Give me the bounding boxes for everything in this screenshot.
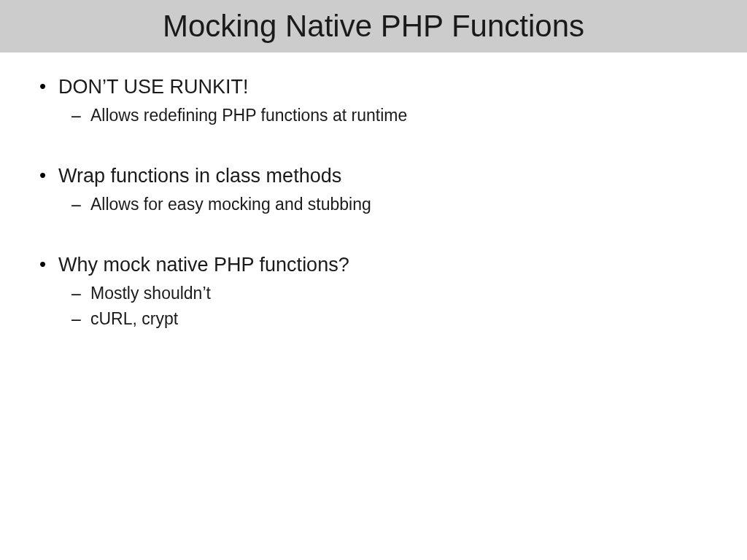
sub-bullet-list: Allows for easy mocking and stubbing xyxy=(58,193,711,216)
bullet-item: DON’T USE RUNKIT! Allows redefining PHP … xyxy=(58,74,711,127)
sub-bullet-text: Mostly shouldn’t xyxy=(90,284,211,303)
slide-content: DON’T USE RUNKIT! Allows redefining PHP … xyxy=(0,52,747,330)
slide-title-bar: Mocking Native PHP Functions xyxy=(0,0,747,52)
sub-bullet-list: Allows redefining PHP functions at runti… xyxy=(58,104,711,127)
sub-bullet-item: Allows for easy mocking and stubbing xyxy=(90,193,711,216)
bullet-text: Wrap functions in class methods xyxy=(58,165,341,187)
slide-title: Mocking Native PHP Functions xyxy=(163,9,584,44)
sub-bullet-text: cURL, crypt xyxy=(90,309,178,328)
sub-bullet-item: Mostly shouldn’t xyxy=(90,282,711,305)
bullet-text: Why mock native PHP functions? xyxy=(58,254,349,276)
bullet-item: Why mock native PHP functions? Mostly sh… xyxy=(58,252,711,330)
sub-bullet-text: Allows for easy mocking and stubbing xyxy=(90,195,371,214)
sub-bullet-item: Allows redefining PHP functions at runti… xyxy=(90,104,711,127)
sub-bullet-list: Mostly shouldn’t cURL, crypt xyxy=(58,282,711,330)
sub-bullet-text: Allows redefining PHP functions at runti… xyxy=(90,106,407,125)
sub-bullet-item: cURL, crypt xyxy=(90,308,711,330)
bullet-item: Wrap functions in class methods Allows f… xyxy=(58,163,711,216)
bullet-list: DON’T USE RUNKIT! Allows redefining PHP … xyxy=(58,74,711,330)
bullet-text: DON’T USE RUNKIT! xyxy=(58,76,249,98)
